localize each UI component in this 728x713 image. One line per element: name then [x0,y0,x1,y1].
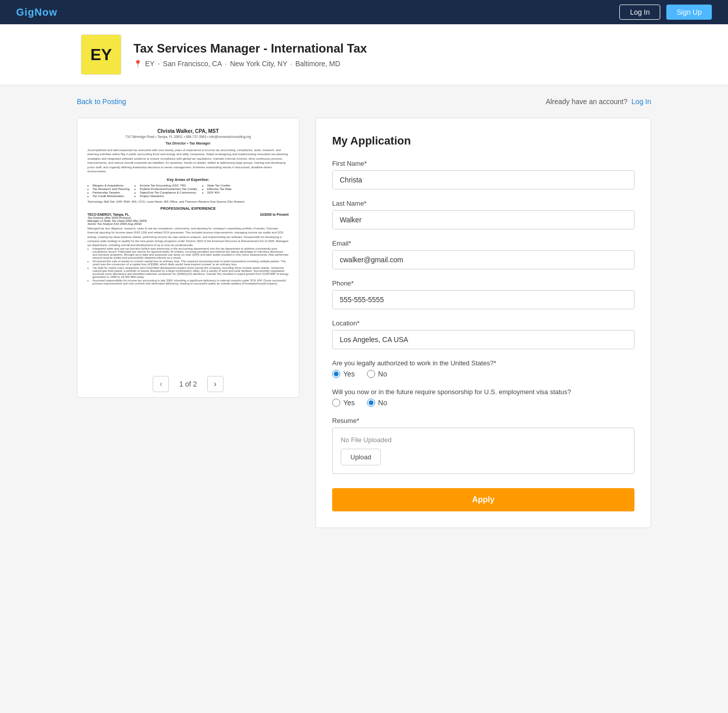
phone-label: Phone* [332,279,634,287]
resume-address: 710 Talmedge Road • Tampa, FL 33601 • 88… [87,135,289,138]
location-1: San Francisco, CA [163,60,222,68]
prev-page-button[interactable]: ‹ [153,376,169,392]
main-columns: Christa Walker, CPA, MST 710 Talmedge Ro… [77,118,651,528]
visa-yes-label: Yes [343,399,355,407]
work-auth-no-option[interactable]: No [367,370,387,378]
resume-preview-column: Christa Walker, CPA, MST 710 Talmedge Ro… [77,118,299,398]
resume-exp-dates: 10/2000 to Present [260,213,289,216]
resume-preview-wrapper: Christa Walker, CPA, MST 710 Talmedge Ro… [77,118,299,371]
nav-actions: Log In Sign Up [619,5,712,20]
resume-exp-bullets: Integrated sales and use tax function (w… [87,247,289,285]
company-name: EY [145,60,155,68]
resume-exp-entry-1: TECO ENERGY, Tampa, FL 10/2000 to Presen… [87,213,289,285]
resume-document: Christa Walker, CPA, MST 710 Talmedge Ro… [77,118,299,371]
first-name-label: First Name* [332,160,634,167]
login-link[interactable]: Log In [631,98,651,106]
page-indicator: 1 of 2 [179,380,197,388]
job-header: EY Tax Services Manager - International … [0,24,728,85]
work-auth-radio-group: Yes No [332,370,634,378]
already-account-label: Already have an account? [545,98,627,106]
visa-yes-radio[interactable] [332,399,340,407]
navbar: GigNow Log In Sign Up [0,0,728,24]
resume-skills: Mergers & Acquisitions Tax Research and … [87,184,289,198]
resume-exp-title: PROFESSIONAL EXPERIENCE [87,206,289,211]
work-auth-yes-option[interactable]: Yes [332,370,355,378]
email-group: Email* [332,240,634,269]
upload-button[interactable]: Upload [341,449,381,465]
no-file-text: No File Uploaded [341,436,626,444]
resume-tagline: Tax Director • Tax Manager [87,141,289,145]
location-2: New York City, NY [230,60,287,68]
job-meta: 📍 EY - San Francisco, CA · New York City… [133,60,367,68]
email-input[interactable] [332,250,634,269]
job-title-area: Tax Services Manager - International Tax… [133,41,367,68]
location-input[interactable] [332,330,634,349]
work-auth-yes-radio[interactable] [332,370,340,378]
resume-summary: Accomplished and well-respected tax exec… [87,148,289,173]
job-title: Tax Services Manager - International Tax [133,41,367,56]
company-logo: EY [81,34,121,75]
phone-group: Phone* [332,279,634,309]
visa-no-radio[interactable] [367,399,375,407]
form-title: My Application [332,134,634,148]
visa-no-option[interactable]: No [367,399,387,407]
apply-button[interactable]: Apply [332,488,634,511]
resume-upload-box: No File Uploaded Upload [332,427,634,474]
visa-yes-option[interactable]: Yes [332,399,355,407]
work-auth-no-radio[interactable] [367,370,375,378]
resume-exp-header: TECO ENERGY, Tampa, FL 10/2000 to Presen… [87,213,289,216]
top-bar: Back to Posting Already have an account?… [77,98,651,106]
visa-no-label: No [378,399,387,407]
resume-navigation: ‹ 1 of 2 › [77,371,299,397]
location-label: Location* [332,319,634,327]
resume-tech: Technology Skill Set: SAP, RNA, RIA, CCH… [87,200,289,203]
resume-exp-body: Managed tax due diligence, research, sal… [87,226,289,247]
visa-group: Will you now or in the future require sp… [332,388,634,407]
resume-exp-role-3: Senior Tax Analyst (Oct 2000-Aug 2002) [87,222,289,225]
first-name-group: First Name* [332,160,634,189]
application-form-column: My Application First Name* Last Name* Em… [315,118,651,528]
location-3: Baltimore, MD [295,60,340,68]
resume-group: Resume* No File Uploaded Upload [332,417,634,474]
work-auth-group: Are you legally authorized to work in th… [332,359,634,378]
resume-name: Christa Walker, CPA, MST [87,128,289,134]
email-label: Email* [332,240,634,247]
signup-button[interactable]: Sign Up [666,5,712,20]
location-icon: 📍 [133,60,142,68]
first-name-input[interactable] [332,170,634,189]
last-name-input[interactable] [332,210,634,229]
logo-gig: Gig [16,7,34,18]
location-group: Location* [332,319,634,349]
last-name-group: Last Name* [332,200,634,229]
company-logo-text: EY [90,45,112,64]
content-area: Back to Posting Already have an account?… [61,85,667,540]
resume-label: Resume* [332,417,634,424]
last-name-label: Last Name* [332,200,634,207]
work-auth-label: Are you legally authorized to work in th… [332,359,634,367]
logo-now: Now [34,7,57,18]
already-account-text: Already have an account? Log In [545,98,651,106]
visa-radio-group: Yes No [332,399,634,407]
back-to-posting-link[interactable]: Back to Posting [77,98,126,106]
next-page-button[interactable]: › [207,376,223,392]
resume-skills-title: Key Areas of Expertise: [87,177,289,182]
phone-input[interactable] [332,290,634,309]
visa-label: Will you now or in the future require sp… [332,388,634,396]
resume-exp-company: TECO ENERGY, Tampa, FL [87,213,129,216]
logo: GigNow [16,7,58,18]
login-button[interactable]: Log In [619,5,660,20]
work-auth-no-label: No [378,370,387,378]
work-auth-yes-label: Yes [343,370,355,378]
